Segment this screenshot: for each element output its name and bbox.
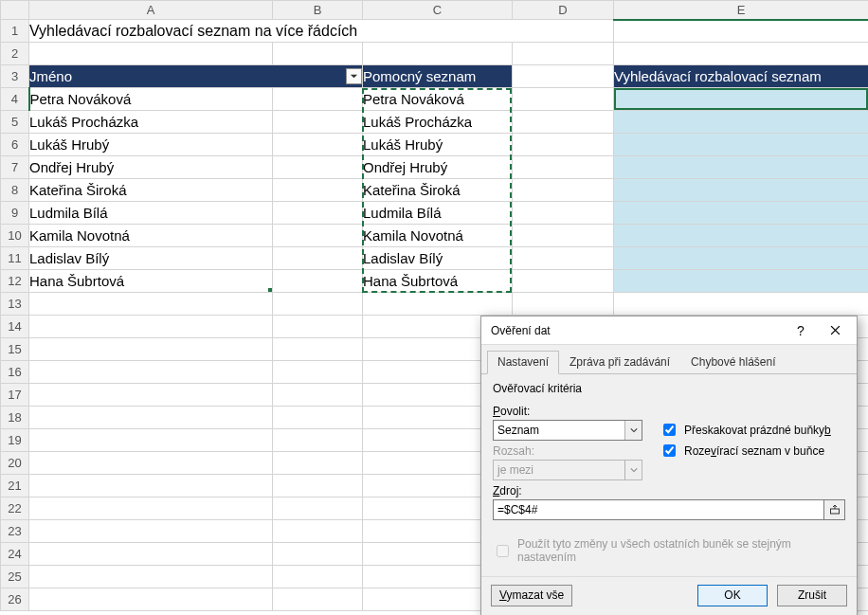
cell-A11[interactable]: Ladislav Bílý: [29, 247, 273, 270]
cell-A26[interactable]: [29, 588, 273, 611]
col-header-E[interactable]: E: [614, 1, 869, 20]
cell-C6[interactable]: Lukáš Hrubý: [363, 134, 513, 156]
cell-A24[interactable]: [29, 543, 273, 566]
tab-error-alert[interactable]: Chybové hlášení: [680, 351, 786, 374]
select-all-corner[interactable]: [1, 1, 29, 20]
cell-E13[interactable]: [614, 293, 869, 316]
cell-A8[interactable]: Kateřina Široká: [29, 179, 273, 202]
row-header-9[interactable]: 9: [1, 202, 29, 225]
row-header-12[interactable]: 12: [1, 270, 29, 293]
cell-E12[interactable]: [614, 270, 869, 293]
cell-C11[interactable]: Ladislav Bílý: [363, 247, 513, 270]
cell-A17[interactable]: [29, 384, 273, 407]
cell-B19[interactable]: [273, 429, 363, 452]
row-header-1[interactable]: 1: [1, 20, 29, 43]
cell-C10[interactable]: Kamila Novotná: [363, 225, 513, 247]
collapse-dialog-button[interactable]: [824, 499, 845, 520]
cell-A4[interactable]: Petra Nováková: [29, 88, 273, 111]
row-header-14[interactable]: 14: [1, 316, 29, 338]
skip-blanks-input[interactable]: [663, 424, 676, 436]
cell-E1[interactable]: [614, 20, 869, 43]
cell-D8[interactable]: [513, 179, 614, 202]
cell-A18[interactable]: [29, 407, 273, 429]
cell-A21[interactable]: [29, 475, 273, 497]
cell-E9[interactable]: [614, 202, 869, 225]
row-header-15[interactable]: 15: [1, 338, 29, 361]
cell-B18[interactable]: [273, 407, 363, 429]
source-input[interactable]: [493, 499, 824, 520]
cell-D6[interactable]: [513, 134, 614, 156]
cell-A22[interactable]: [29, 497, 273, 520]
row-header-20[interactable]: 20: [1, 452, 29, 475]
cell-C12[interactable]: Hana Šubrtová: [363, 270, 513, 293]
row-header-24[interactable]: 24: [1, 543, 29, 566]
tab-input-message[interactable]: Zpráva při zadávání: [559, 351, 680, 374]
filter-dropdown-button[interactable]: [346, 68, 362, 84]
cell-B20[interactable]: [273, 452, 363, 475]
cell-B10[interactable]: [273, 225, 363, 247]
dialog-titlebar[interactable]: Ověření dat ?: [481, 317, 857, 345]
dialog-help-button[interactable]: ?: [787, 319, 815, 342]
cell-D13[interactable]: [513, 293, 614, 316]
row-header-8[interactable]: 8: [1, 179, 29, 202]
dialog-close-button[interactable]: [821, 319, 849, 342]
cell-B21[interactable]: [273, 475, 363, 497]
cell-C5[interactable]: Lukáš Procházka: [363, 111, 513, 134]
col-header-B[interactable]: B: [273, 1, 363, 20]
cell-C8[interactable]: Kateřina Široká: [363, 179, 513, 202]
cell-B14[interactable]: [273, 316, 363, 338]
row-header-5[interactable]: 5: [1, 111, 29, 134]
row-header-3[interactable]: 3: [1, 65, 29, 88]
col-header-C[interactable]: C: [363, 1, 513, 20]
cell-B9[interactable]: [273, 202, 363, 225]
allow-combobox[interactable]: Seznam: [493, 420, 642, 441]
header-pomocny[interactable]: Pomocný seznam: [363, 65, 513, 88]
row-header-6[interactable]: 6: [1, 134, 29, 156]
cell-D10[interactable]: [513, 225, 614, 247]
cell-D12[interactable]: [513, 270, 614, 293]
cell-A15[interactable]: [29, 338, 273, 361]
row-header-19[interactable]: 19: [1, 429, 29, 452]
cell-A12[interactable]: Hana Šubrtová: [29, 270, 273, 293]
cancel-button[interactable]: Zrušit: [777, 585, 847, 606]
cell-B2[interactable]: [273, 43, 363, 65]
cell-B23[interactable]: [273, 520, 363, 543]
cell-C4[interactable]: Petra Nováková: [363, 88, 513, 111]
cell-C13[interactable]: [363, 293, 513, 316]
cell-B26[interactable]: [273, 588, 363, 611]
skip-blanks-checkbox[interactable]: Přeskakovat prázdné buňkyb: [660, 421, 831, 439]
cell-A6[interactable]: Lukáš Hrubý: [29, 134, 273, 156]
row-header-11[interactable]: 11: [1, 247, 29, 270]
col-header-D[interactable]: D: [513, 1, 614, 20]
cell-C9[interactable]: Ludmila Bílá: [363, 202, 513, 225]
tab-settings[interactable]: Nastavení: [487, 351, 559, 374]
row-header-23[interactable]: 23: [1, 520, 29, 543]
row-header-21[interactable]: 21: [1, 475, 29, 497]
cell-A7[interactable]: Ondřej Hrubý: [29, 156, 273, 179]
cell-E11[interactable]: [614, 247, 869, 270]
cell-C2[interactable]: [363, 43, 513, 65]
cell-A25[interactable]: [29, 566, 273, 588]
row-header-17[interactable]: 17: [1, 384, 29, 407]
cell-A2[interactable]: [29, 43, 273, 65]
cell-B16[interactable]: [273, 361, 363, 384]
cell-E6[interactable]: [614, 134, 869, 156]
cell-A9[interactable]: Ludmila Bílá: [29, 202, 273, 225]
cell-A16[interactable]: [29, 361, 273, 384]
cell-A5[interactable]: Lukáš Procházka: [29, 111, 273, 134]
title-cell[interactable]: Vyhledávací rozbalovací seznam na více ř…: [29, 20, 614, 43]
cell-B8[interactable]: [273, 179, 363, 202]
cell-A13[interactable]: [29, 293, 273, 316]
row-header-22[interactable]: 22: [1, 497, 29, 520]
cell-C7[interactable]: Ondřej Hrubý: [363, 156, 513, 179]
cell-B17[interactable]: [273, 384, 363, 407]
cell-B12[interactable]: [273, 270, 363, 293]
cell-B6[interactable]: [273, 134, 363, 156]
cell-D2[interactable]: [513, 43, 614, 65]
col-header-A[interactable]: A: [29, 1, 273, 20]
row-header-7[interactable]: 7: [1, 156, 29, 179]
incell-dropdown-input[interactable]: [663, 444, 676, 457]
cell-D4[interactable]: [513, 88, 614, 111]
cell-D5[interactable]: [513, 111, 614, 134]
cell-A14[interactable]: [29, 316, 273, 338]
